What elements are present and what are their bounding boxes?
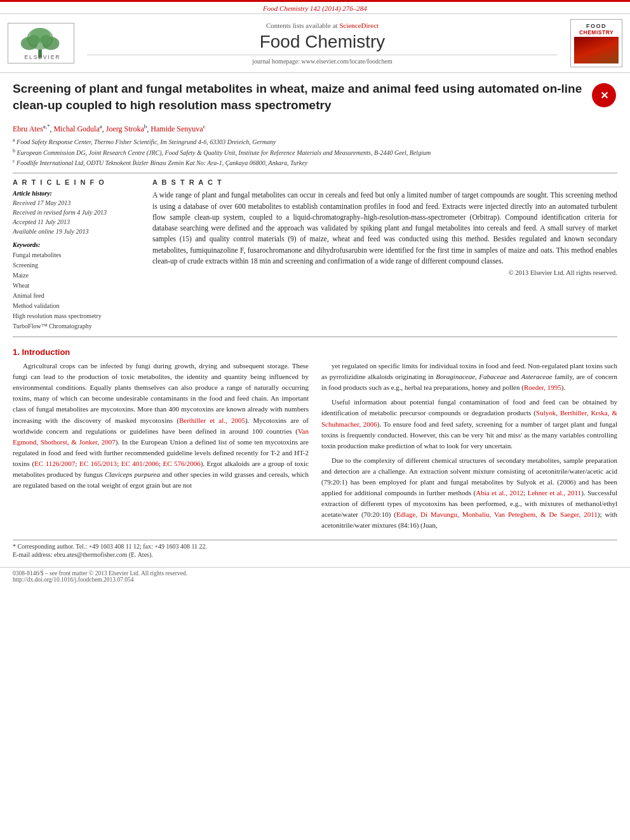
article-info-abstract: A R T I C L E I N F O Article history: R… (13, 178, 617, 331)
contents-available-text: Contents lists available at (266, 22, 338, 29)
affil-text-c: Foodlife International Ltd, ODTU Teknoke… (17, 159, 307, 166)
boraginaceae-italic: Boraginaceae (436, 373, 475, 380)
header-divider (13, 173, 617, 173)
footnote-2: E-mail address: ebru.ates@thermofisher.c… (13, 551, 617, 558)
abstract-col: A B S T R A C T A wide range of plant an… (152, 178, 617, 331)
affiliation-c: c Foodlife International Ltd, ODTU Tekno… (13, 157, 617, 168)
author-hamide-senyuva[interactable]: Hamide Senyuva (151, 124, 203, 133)
keywords-title: Keywords: (13, 241, 140, 248)
affil-sup-c: c (203, 123, 206, 130)
intro-col-right: yet regulated on specific limits for ind… (321, 361, 617, 535)
history-title: Article history: (13, 190, 140, 197)
affil-letter-a: a (13, 137, 15, 143)
page-container: Food Chemistry 142 (2014) 276–284 ELSEVI… (0, 0, 630, 840)
ref-sulyok-2006[interactable]: Sulyok, Berthiller, Krska, & Schuhmacher… (321, 409, 617, 427)
history-online: Available online 19 July 2013 (13, 227, 140, 236)
keywords-section: Keywords: Fungal metabolites Screening M… (13, 241, 140, 331)
affil-sup-b: b (144, 123, 147, 130)
keyword-7: High resolution mass spectrometry (13, 311, 140, 321)
authors-line: Ebru Atesa,*, Michal Godulaa, Joerg Stro… (13, 123, 617, 134)
article-title-section: Screening of plant and fungal metabolite… (13, 81, 617, 118)
ref-berthiller-2005[interactable]: Berthiller et al., 2005 (179, 417, 245, 424)
footnote-section: * Corresponding author. Tel.: +49 1603 4… (13, 540, 617, 558)
asteraceae-italic: Asteraceae (521, 373, 553, 380)
svg-text:ELSEVIER: ELSEVIER (24, 54, 60, 60)
affil-letter-b: b (13, 148, 15, 154)
keyword-2: Screening (13, 260, 140, 270)
top-band: Food Chemistry 142 (2014) 276–284 (0, 0, 630, 12)
introduction-heading: 1. Introduction (13, 347, 617, 357)
abstract-label: A B S T R A C T (152, 178, 617, 186)
author-michal-godula[interactable]: Michal Godula (53, 124, 99, 133)
abstract-copyright: © 2013 Elsevier Ltd. All rights reserved… (152, 269, 617, 276)
author-joerg-stroka[interactable]: Joerg Stroka (106, 124, 144, 133)
fabaceae-italic: Fabaceae (479, 373, 506, 380)
footnote-2-text: E-mail address: ebru.ates@thermofisher.c… (13, 551, 153, 558)
ref-abia-2012[interactable]: Abia et al., 2012 (476, 489, 523, 497)
crossmark-icon: ✕ (592, 83, 616, 107)
fc-logo-chemistry-text: CHEMISTRY (574, 29, 619, 36)
sciencedirect-link[interactable]: ScienceDirect (339, 22, 379, 29)
article-info-label: A R T I C L E I N F O (13, 178, 140, 186)
affil-sup-a2: a (100, 123, 102, 130)
food-chemistry-logo: FOOD CHEMISTRY (570, 19, 622, 67)
affiliation-a: a Food Safety Response Center, Thermo Fi… (13, 137, 617, 147)
ref-lehner-2011[interactable]: Lehner et al., 2011 (528, 489, 581, 497)
intro-para-r2: Useful information about potential funga… (321, 397, 617, 451)
affil-text-b: European Commission DG, Joint Research C… (17, 149, 431, 156)
journal-name-heading: Food Chemistry (87, 32, 558, 52)
article-history: Article history: Received 17 May 2013 Re… (13, 190, 140, 236)
affil-text-a: Food Safety Response Center, Thermo Fish… (17, 139, 276, 146)
article-title: Screening of plant and fungal metabolite… (13, 81, 586, 113)
keyword-3: Maize (13, 270, 140, 281)
affiliation-b: b European Commission DG, Joint Research… (13, 147, 617, 157)
abstract-divider (13, 337, 617, 337)
keyword-8: TurboFlow™ Chromatography (13, 321, 140, 331)
journal-header: ELSEVIER Contents lists available at Sci… (0, 13, 630, 73)
ref-edlage-2011[interactable]: Edlage, Di Mavungu, Monbaliu, Van Petegh… (396, 510, 598, 518)
claviceps-italic: Claviceps purpurea (105, 470, 160, 478)
fc-logo-food-text: FOOD (574, 23, 619, 29)
affil-letter-c: c (13, 158, 15, 164)
history-received: Received 17 May 2013 (13, 198, 140, 208)
journal-center: Contents lists available at ScienceDirec… (74, 22, 570, 65)
keyword-1: Fungal metabolites (13, 250, 140, 260)
svg-point-6 (40, 35, 52, 44)
intro-col-left: Agricultural crops can be infected by fu… (13, 361, 309, 535)
intro-para-r3: Due to the complexity of different chemi… (321, 455, 617, 531)
ref-ec1126[interactable]: EC 1126/2007 (34, 460, 75, 467)
elsevier-logo: ELSEVIER (8, 23, 74, 63)
homepage-line: journal homepage: www.elsevier.com/locat… (87, 55, 558, 65)
article-info-col: A R T I C L E I N F O Article history: R… (13, 178, 140, 331)
ref-ec165[interactable]: EC 165/2013 (79, 460, 117, 467)
keyword-5: Animal feed (13, 291, 140, 301)
journal-ref: Food Chemistry 142 (2014) 276–284 (0, 4, 630, 12)
intro-para-1: Agricultural crops can be infected by fu… (13, 361, 309, 491)
footnote-1: * Corresponding author. Tel.: +49 1603 4… (13, 543, 617, 550)
elsevier-tree-icon: ELSEVIER (16, 27, 67, 60)
issn-line: 0308-8146/$ – see front matter © 2013 El… (13, 570, 617, 577)
doi-line: http://dx.doi.org/10.1016/j.foodchem.201… (13, 577, 617, 583)
ref-ec576[interactable]: EC 576/2006 (163, 460, 201, 467)
intro-para-r1: yet regulated on specific limits for ind… (321, 361, 617, 393)
ref-vanegmond-2007[interactable]: Van Egmond, Shothorst, & Jonker, 2007 (13, 427, 309, 446)
introduction-body: Agricultural crops can be infected by fu… (13, 361, 617, 535)
history-revised: Received in revised form 4 July 2013 (13, 208, 140, 217)
homepage-text: journal homepage: www.elsevier.com/locat… (252, 58, 392, 65)
ref-roeder-1995[interactable]: Roeder, 1995 (524, 383, 561, 391)
keyword-6: Method validation (13, 301, 140, 311)
author-ebru-ates[interactable]: Ebru Ates (13, 124, 43, 133)
keyword-4: Wheat (13, 281, 140, 291)
crossmark-badge: ✕ (592, 83, 617, 109)
history-accepted: Accepted 11 July 2013 (13, 217, 140, 227)
footnote-1-text: * Corresponding author. Tel.: +49 1603 4… (13, 543, 207, 550)
main-content: Screening of plant and fungal metabolite… (0, 73, 630, 567)
introduction-section: 1. Introduction Agricultural crops can b… (13, 347, 617, 535)
abstract-text: A wide range of plant and fungal metabol… (152, 190, 617, 267)
svg-point-5 (28, 35, 40, 44)
ref-ec401[interactable]: EC 401/2006 (121, 460, 159, 467)
fc-logo-image (574, 37, 619, 63)
affiliations-block: a Food Safety Response Center, Thermo Fi… (13, 137, 617, 168)
affil-sup-a-star: a,* (43, 123, 50, 130)
bottom-bar: 0308-8146/$ – see front matter © 2013 El… (0, 567, 630, 585)
